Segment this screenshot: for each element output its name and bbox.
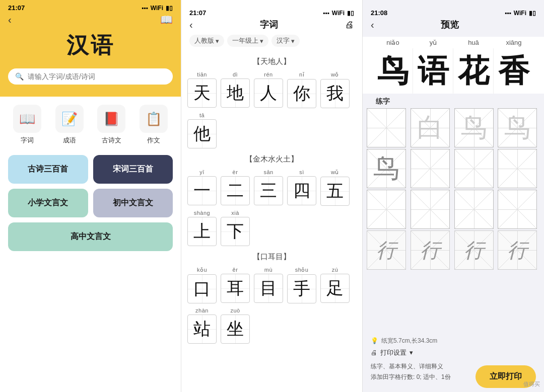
menu-gushi300[interactable]: 古诗三百首 bbox=[8, 155, 88, 184]
lianzi-label: 练字 bbox=[368, 93, 398, 107]
status-icons-2: ▪▪▪ WiFi ▮▯ bbox=[323, 10, 354, 17]
filter-grade[interactable]: 一年级上 ▾ bbox=[227, 35, 268, 47]
filter-grade-label: 一年级上 bbox=[232, 36, 258, 45]
char-ta[interactable]: tā 他 bbox=[187, 112, 217, 148]
practice-cell-cursive4: 行 bbox=[498, 230, 537, 270]
chevron-down-icon: ▾ bbox=[216, 37, 219, 45]
battery-icon: ▮▯ bbox=[166, 5, 173, 12]
char-shang[interactable]: shàng 上 bbox=[187, 210, 217, 246]
paper-info: 💡 纸宽5.7cm,长34.3cm bbox=[371, 337, 536, 345]
print-settings-label: 打印设置 bbox=[380, 348, 406, 357]
char-grid-2: yī 一 èr 二 sān 三 sì 四 wǔ 五 shàng 上 bbox=[187, 169, 356, 246]
practice-row-3 bbox=[367, 190, 540, 229]
char-ren[interactable]: rén 人 bbox=[254, 71, 283, 108]
zuowen-label: 作文 bbox=[147, 136, 160, 145]
icon-grid: 📖 字词 📝 成语 📕 古诗文 📋 作文 bbox=[8, 105, 173, 145]
signal-icon: ▪▪▪ bbox=[142, 5, 148, 12]
practice-cell-empty2 bbox=[411, 149, 450, 188]
practice-row-2: 鸟 bbox=[367, 149, 540, 188]
filter-edition[interactable]: 人教版 ▾ bbox=[189, 35, 224, 47]
char-grid-3: kǒu 口 ěr 耳 mù 目 shǒu 手 zú 足 zhàn 站 bbox=[187, 267, 356, 344]
char-zhan[interactable]: zhàn 站 bbox=[187, 307, 217, 344]
panel3-content: niǎo yǔ huā xiāng 鸟 语 花 香 练字 白 鸟 鸟 bbox=[363, 37, 544, 392]
practice-cell-empty: 鸟 bbox=[454, 108, 494, 147]
search-icon: 🔍 bbox=[15, 72, 24, 81]
char-kou[interactable]: kǒu 口 bbox=[187, 267, 217, 303]
char-er2[interactable]: ěr 耳 bbox=[221, 267, 250, 303]
menu-songci300[interactable]: 宋词三百首 bbox=[93, 155, 173, 184]
big-char-niao: 鸟 bbox=[373, 48, 413, 94]
print-icon[interactable]: 🖨 bbox=[345, 20, 354, 30]
settings-detail: 练字、基本释义、详细释义 添加田字格行数: 0; 适中、1份 bbox=[371, 361, 451, 383]
zici-label: 字词 bbox=[21, 136, 34, 145]
settings-line-2: 添加田字格行数: 0; 适中、1份 bbox=[371, 372, 451, 383]
practice-cell-empty3 bbox=[454, 190, 494, 229]
filter-type[interactable]: 汉字 ▾ bbox=[271, 35, 300, 47]
practice-area: 白 鸟 鸟 鸟 行 bbox=[363, 108, 544, 333]
back-button-2[interactable]: ‹ bbox=[189, 19, 193, 31]
practice-cell-cursive3: 行 bbox=[454, 230, 494, 270]
panel2-header: 21:07 ▪▪▪ WiFi ▮▯ ‹ 字词 🖨 人教版 ▾ 一年级上 ▾ 汉字 bbox=[181, 0, 362, 51]
battery-icon-3: ▮▯ bbox=[529, 10, 536, 17]
icon-chengyu[interactable]: 📝 成语 bbox=[50, 105, 89, 145]
practice-cell-cursive: 行 bbox=[367, 230, 406, 270]
app-title: 汉语 bbox=[8, 26, 173, 68]
chevron-down-icon-print: ▾ bbox=[410, 349, 413, 356]
p3-top: ‹ 预览 bbox=[371, 19, 536, 31]
menu-chuzhong[interactable]: 初中文言文 bbox=[93, 189, 173, 217]
chengyu-label: 成语 bbox=[63, 136, 76, 145]
status-icons-1: ▪▪▪ WiFi ▮▯ bbox=[142, 5, 173, 12]
status-bar-1: 21:07 ▪▪▪ WiFi ▮▯ bbox=[8, 0, 173, 14]
icon-zuowen[interactable]: 📋 作文 bbox=[134, 105, 173, 145]
menu-gaozhong[interactable]: 高中文言文 bbox=[8, 222, 173, 251]
icon-gushiwen[interactable]: 📕 古诗文 bbox=[93, 105, 131, 145]
panel1-header: 21:07 ▪▪▪ WiFi ▮▯ ‹ 📖 汉语 🔍 bbox=[0, 0, 181, 97]
practice-cell-dark: 鸟 bbox=[367, 149, 406, 188]
big-char-xiang: 香 bbox=[494, 48, 534, 94]
practice-cell-empty3 bbox=[411, 190, 450, 229]
search-input[interactable] bbox=[28, 72, 166, 81]
section-title-2: 【金木水火土】 bbox=[187, 154, 356, 164]
char-zu[interactable]: zú 足 bbox=[320, 267, 350, 303]
gushiwen-label: 古诗文 bbox=[102, 136, 121, 145]
wifi-icon: WiFi bbox=[151, 5, 163, 12]
big-char-hua: 花 bbox=[453, 48, 494, 94]
watermark: 值得买 bbox=[523, 380, 540, 388]
wifi-icon-3: WiFi bbox=[514, 10, 526, 17]
practice-row-1: 白 鸟 鸟 bbox=[367, 108, 540, 147]
char-si[interactable]: sì 四 bbox=[287, 169, 316, 206]
printer-icon: 🖨 bbox=[371, 349, 377, 356]
char-shou[interactable]: shǒu 手 bbox=[287, 267, 316, 303]
back-button-1[interactable]: ‹ bbox=[8, 14, 12, 26]
char-wo[interactable]: wǒ 我 bbox=[320, 71, 350, 108]
section-title-1: 【天地人】 bbox=[187, 57, 356, 66]
char-xia[interactable]: xià 下 bbox=[221, 210, 250, 246]
filter-type-label: 汉字 bbox=[277, 36, 290, 45]
p2-top: ‹ 字词 🖨 bbox=[189, 19, 354, 31]
menu-xiaoxue[interactable]: 小学文言文 bbox=[8, 189, 88, 217]
book-icon[interactable]: 📖 bbox=[160, 14, 173, 26]
signal-icon-2: ▪▪▪ bbox=[323, 10, 329, 17]
zuowen-icon-box: 📋 bbox=[140, 105, 168, 133]
panel1-body: 📖 字词 📝 成语 📕 古诗文 📋 作文 古诗三百首 宋词三百首 小学文言文 初… bbox=[0, 97, 181, 392]
char-tian[interactable]: tiān 天 bbox=[187, 71, 217, 108]
char-yi[interactable]: yī 一 bbox=[187, 169, 217, 206]
chevron-down-icon-3: ▾ bbox=[291, 37, 295, 45]
char-wu[interactable]: wǔ 五 bbox=[320, 169, 350, 206]
icon-zici[interactable]: 📖 字词 bbox=[8, 105, 46, 145]
char-san[interactable]: sān 三 bbox=[254, 169, 283, 206]
char-mu[interactable]: mù 目 bbox=[254, 267, 283, 303]
print-settings-row[interactable]: 🖨 打印设置 ▾ bbox=[371, 348, 536, 357]
pinyin-niao: niǎo bbox=[373, 39, 413, 46]
back-button-3[interactable]: ‹ bbox=[371, 19, 374, 31]
lightbulb-icon: 💡 bbox=[371, 337, 378, 344]
pinyin-xiang: xiāng bbox=[494, 39, 534, 46]
char-ni[interactable]: nǐ 你 bbox=[287, 71, 316, 108]
char-di[interactable]: dì 地 bbox=[221, 71, 250, 108]
char-er[interactable]: èr 二 bbox=[221, 169, 250, 206]
search-bar[interactable]: 🔍 bbox=[8, 68, 173, 85]
practice-cell-cursive2: 行 bbox=[411, 230, 450, 270]
big-chars-row: 鸟 语 花 香 bbox=[363, 48, 544, 94]
char-zuo[interactable]: zuò 坐 bbox=[221, 307, 250, 344]
char-grid-1: tiān 天 dì 地 rén 人 nǐ 你 wǒ 我 tā 他 bbox=[187, 71, 356, 148]
